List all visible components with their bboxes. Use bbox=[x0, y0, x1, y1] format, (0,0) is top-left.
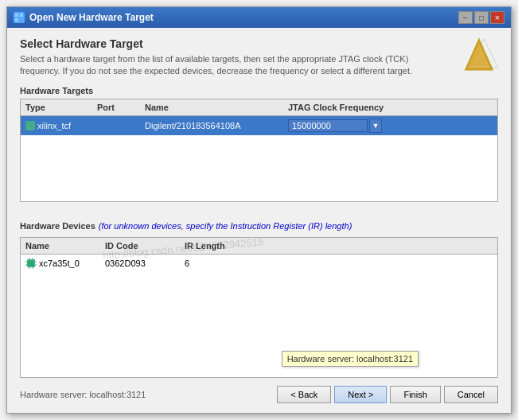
minimize-button[interactable]: − bbox=[458, 11, 473, 24]
title-controls: − □ × bbox=[458, 11, 504, 24]
target-type-icon bbox=[25, 121, 35, 130]
header-text: Select Hardware Target Select a hardware… bbox=[20, 37, 434, 78]
title-bar: Open New Hardware Target − □ × bbox=[7, 7, 511, 28]
header-section: Select Hardware Target Select a hardware… bbox=[20, 37, 498, 78]
hardware-targets-table: Type Port Name JTAG Clock Frequency bbox=[20, 99, 498, 202]
window-title: Open New Hardware Target bbox=[29, 12, 154, 23]
finish-button[interactable]: Finish bbox=[390, 386, 440, 403]
hardware-devices-label: Hardware Devices bbox=[20, 221, 95, 231]
svg-marker-6 bbox=[466, 41, 492, 69]
window-icon bbox=[14, 12, 25, 23]
target-freq-cell: ▼ bbox=[283, 118, 426, 134]
device-idcode-cell: 0362D093 bbox=[100, 258, 180, 269]
target-name-cell: Digilent/210183564108A bbox=[140, 120, 283, 131]
freq-dropdown-button[interactable]: ▼ bbox=[369, 119, 382, 133]
hardware-devices-section: Hardware Devices (for unknown devices, s… bbox=[20, 221, 498, 378]
next-button[interactable]: Next > bbox=[334, 386, 387, 403]
target-row[interactable]: xilinx_tcf Digilent/210183564108A ▼ bbox=[21, 116, 497, 135]
svg-rect-2 bbox=[15, 18, 18, 21]
device-chip-icon bbox=[25, 258, 37, 269]
col-header-port: Port bbox=[92, 102, 140, 113]
server-info-label: Hardware server: localhost:3121 bbox=[20, 390, 146, 399]
device-row[interactable]: xc7a35t_0 0362D093 6 bbox=[21, 255, 497, 272]
svg-rect-1 bbox=[20, 14, 23, 17]
svg-rect-0 bbox=[15, 14, 18, 17]
devices-sublabel: (for unknown devices, specify the Instru… bbox=[99, 221, 352, 231]
main-window: Open New Hardware Target − □ × Select Ha… bbox=[6, 6, 512, 414]
devices-label-row: Hardware Devices (for unknown devices, s… bbox=[20, 221, 498, 234]
col-header-type: Type bbox=[21, 102, 92, 113]
hardware-targets-label: Hardware Targets bbox=[20, 86, 498, 95]
cancel-button[interactable]: Cancel bbox=[444, 386, 498, 403]
dialog-content: Select Hardware Target Select a hardware… bbox=[7, 28, 511, 413]
jtag-frequency-input[interactable] bbox=[288, 119, 368, 132]
targets-table-header: Type Port Name JTAG Clock Frequency bbox=[21, 99, 497, 116]
hardware-devices-table: Name ID Code IR Length bbox=[20, 237, 498, 378]
server-tooltip: Hardware server: localhost:3121 bbox=[282, 351, 419, 367]
maximize-button[interactable]: □ bbox=[474, 11, 489, 24]
xilinx-logo bbox=[460, 37, 498, 76]
back-button[interactable]: < Back bbox=[277, 386, 331, 403]
hardware-targets-section: Hardware Targets Type Port Name JTAG Clo… bbox=[20, 86, 498, 213]
footer-section: Hardware server: localhost:3121 < Back N… bbox=[20, 386, 498, 403]
device-ir-cell: 6 bbox=[180, 258, 259, 269]
target-type-cell: xilinx_tcf bbox=[21, 120, 92, 131]
dev-col-header-ir: IR Length bbox=[180, 240, 259, 251]
title-bar-left: Open New Hardware Target bbox=[14, 12, 154, 23]
dev-col-header-name: Name bbox=[21, 240, 100, 251]
dev-col-header-idcode: ID Code bbox=[100, 240, 180, 251]
device-name-cell: xc7a35t_0 bbox=[21, 257, 100, 270]
svg-rect-8 bbox=[29, 261, 33, 266]
close-button[interactable]: × bbox=[490, 11, 504, 24]
devices-table-header: Name ID Code IR Length bbox=[21, 238, 497, 255]
col-header-name: Name bbox=[140, 102, 283, 113]
target-port-cell bbox=[92, 125, 140, 126]
col-header-jtag: JTAG Clock Frequency bbox=[283, 102, 426, 113]
dialog-title: Select Hardware Target bbox=[20, 37, 434, 50]
dialog-description: Select a hardware target from the list o… bbox=[20, 53, 434, 78]
dialog-buttons: < Back Next > Finish Cancel bbox=[277, 386, 498, 403]
